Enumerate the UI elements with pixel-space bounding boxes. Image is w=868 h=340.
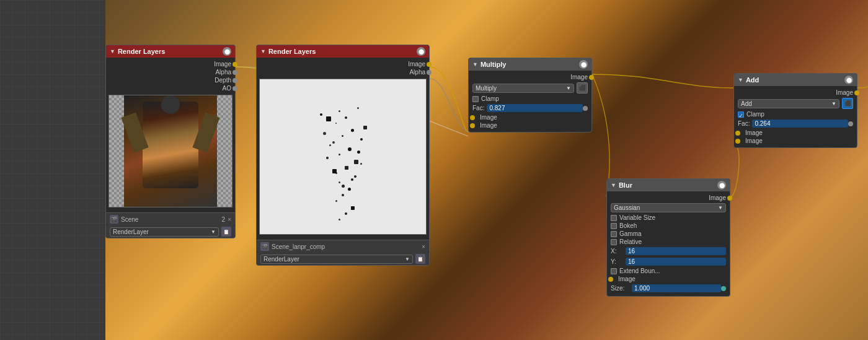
blur-variable-size-row: Variable Size	[607, 214, 730, 222]
add-output-image: Image	[734, 89, 857, 97]
multiply-fac-socket[interactable]	[583, 106, 588, 111]
render2-output-image: Image	[257, 60, 429, 68]
render1-ao-socket[interactable]	[232, 86, 237, 91]
add-body: Image Add ▼ ⬛ ✓ Clamp Fac: 0.264 Image	[734, 86, 857, 147]
add-fac-row: Fac: 0.264	[734, 118, 857, 129]
multiply-fac-label: Fac:	[472, 105, 484, 111]
render1-icon: ⬤	[223, 47, 231, 56]
render2-footer: 🎬 Scene_lanpr_comp ×	[257, 240, 429, 253]
blur-bokeh-row: Bokeh	[607, 222, 730, 230]
blur-size-field[interactable]: 1.000	[632, 284, 721, 292]
blur-x-field[interactable]: 16	[626, 247, 726, 255]
add-icon: ⬤	[844, 76, 853, 84]
add-image-out-socket[interactable]	[854, 90, 859, 95]
render2-scene-icon: 🎬	[260, 242, 269, 251]
render1-collapse-arrow[interactable]: ▼	[110, 48, 115, 54]
add-clamp-checkbox[interactable]: ✓	[738, 111, 744, 118]
blur-collapse-arrow[interactable]: ▼	[611, 182, 616, 188]
multiply-icon: ⬤	[579, 60, 588, 69]
blur-y-value: 16	[628, 258, 635, 265]
add-header[interactable]: ▼ Add ⬤	[734, 74, 857, 86]
blur-relative-row: Relative	[607, 238, 730, 246]
render1-layer-icon[interactable]: 📋	[221, 227, 231, 237]
render-layers-node-1: ▼ Render Layers ⬤ Image Alpha Depth AO	[105, 45, 236, 238]
blur-dropdown[interactable]: Gaussian ▼	[611, 203, 726, 212]
blur-y-row: Y: 16	[607, 256, 730, 267]
blur-gamma-checkbox[interactable]	[611, 231, 617, 237]
add-input-image2: Image	[734, 137, 857, 145]
render2-collapse-arrow[interactable]: ▼	[260, 48, 266, 54]
blur-size-socket[interactable]	[721, 286, 726, 291]
render1-scene-num: 2	[222, 216, 226, 223]
render1-image-socket[interactable]	[232, 62, 237, 67]
blur-extend-row: Extend Boun...	[607, 267, 730, 275]
blur-variable-size-checkbox[interactable]	[611, 215, 617, 221]
blur-extend-checkbox[interactable]	[611, 268, 617, 274]
blur-gamma-label: Gamma	[619, 230, 642, 237]
render1-alpha-socket[interactable]	[232, 70, 237, 75]
blur-node: ▼ Blur ⬤ Image Gaussian ▼ Variable Size …	[606, 178, 730, 297]
add-dropdown[interactable]: Add ▼	[738, 99, 839, 108]
add-fac-socket[interactable]	[848, 121, 853, 126]
render1-depth-socket[interactable]	[232, 78, 237, 83]
render1-layer-row: RenderLayer ▼ 📋	[106, 225, 235, 238]
add-collapse-arrow[interactable]: ▼	[738, 77, 743, 83]
add-dropdown-row: Add ▼ ⬛	[734, 97, 857, 110]
multiply-title: Multiply	[480, 61, 577, 68]
blur-dropdown-row: Gaussian ▼	[607, 202, 730, 214]
blur-image-socket[interactable]	[608, 277, 613, 282]
add-clamp-label: Clamp	[746, 111, 764, 118]
add-fac-field[interactable]: 0.264	[752, 120, 848, 128]
render2-output-alpha: Alpha	[257, 68, 429, 76]
blur-x-row: X: 16	[607, 246, 730, 256]
render2-layer-icon[interactable]: 📋	[415, 254, 425, 264]
multiply-dropdown[interactable]: Multiply ▼	[472, 84, 574, 93]
add-image1-socket[interactable]	[735, 131, 740, 136]
render2-header[interactable]: ▼ Render Layers ⬤	[257, 45, 429, 58]
multiply-image-out-socket[interactable]	[589, 75, 594, 80]
multiply-input-image1: Image	[469, 113, 591, 121]
add-image2-socket[interactable]	[735, 139, 740, 144]
render2-icon: ⬤	[417, 47, 425, 56]
render1-footer: 🎬 Scene 2 ×	[106, 212, 235, 225]
multiply-dropdown-arrow: ▼	[566, 85, 571, 91]
add-title: Add	[746, 76, 842, 84]
render1-header[interactable]: ▼ Render Layers ⬤	[106, 45, 235, 58]
blur-size-label: Size:	[611, 285, 629, 292]
blur-dropdown-arrow: ▼	[718, 205, 723, 211]
blur-x-value: 16	[628, 248, 635, 255]
render-layers-node-2: ▼ Render Layers ⬤ Image Alpha	[256, 45, 430, 266]
add-toggle-button[interactable]: ⬛	[842, 98, 853, 109]
multiply-image1-socket[interactable]	[470, 115, 475, 120]
render2-image-socket[interactable]	[427, 62, 432, 67]
add-clamp-row: ✓ Clamp	[734, 110, 857, 118]
render1-layer-dropdown[interactable]: RenderLayer ▼	[110, 227, 219, 237]
blur-bokeh-checkbox[interactable]	[611, 223, 617, 229]
render2-close-button[interactable]: ×	[422, 243, 425, 250]
multiply-image2-socket[interactable]	[470, 123, 475, 128]
multiply-clamp-checkbox[interactable]	[472, 96, 479, 102]
blur-y-label: Y:	[611, 258, 623, 265]
blur-body: Image Gaussian ▼ Variable Size Bokeh Gam…	[607, 191, 730, 296]
multiply-toggle-button[interactable]: ⬛	[577, 82, 588, 94]
render2-body: Image Alpha	[257, 58, 429, 240]
blur-gamma-row: Gamma	[607, 230, 730, 238]
blur-image-out-socket[interactable]	[727, 196, 732, 201]
blur-y-field[interactable]: 16	[626, 258, 726, 266]
blur-header[interactable]: ▼ Blur ⬤	[607, 179, 730, 191]
multiply-collapse-arrow[interactable]: ▼	[472, 61, 478, 68]
render1-preview	[124, 95, 217, 207]
multiply-clamp-row: Clamp	[469, 95, 591, 103]
multiply-fac-field[interactable]: 0.827	[487, 104, 583, 112]
multiply-dropdown-row: Multiply ▼ ⬛	[469, 81, 591, 95]
blur-relative-label: Relative	[619, 238, 642, 245]
render2-layer-label: RenderLayer	[264, 256, 299, 263]
render1-close-button[interactable]: ×	[228, 216, 231, 223]
render1-layer-label: RenderLayer	[113, 229, 149, 235]
multiply-header[interactable]: ▼ Multiply ⬤	[469, 58, 591, 71]
render2-alpha-socket[interactable]	[427, 70, 432, 75]
blur-size-row: Size: 1.000	[607, 283, 730, 294]
render2-layer-dropdown[interactable]: RenderLayer ▼	[260, 255, 413, 264]
blur-relative-checkbox[interactable]	[611, 239, 617, 245]
multiply-fac-row: Fac: 0.827	[469, 103, 591, 113]
